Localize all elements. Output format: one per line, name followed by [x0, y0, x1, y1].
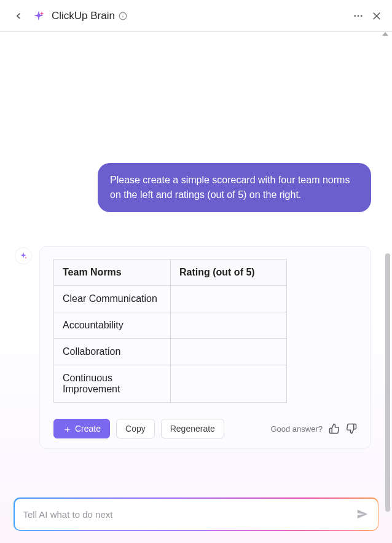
table-row: Collaboration: [54, 339, 287, 365]
thumbs-down-button[interactable]: [346, 423, 357, 434]
svg-point-3: [354, 15, 356, 17]
table-cell-norm: Accountability: [54, 312, 171, 339]
table-cell-norm: Continuous Improvement: [54, 365, 171, 403]
svg-point-5: [361, 15, 363, 17]
table-header-rating: Rating (out of 5): [171, 260, 287, 286]
table-header-norms: Team Norms: [54, 260, 171, 286]
create-button[interactable]: ＋ Create: [53, 419, 110, 438]
regenerate-button-label: Regenerate: [170, 424, 215, 434]
thumbs-down-icon: [346, 423, 357, 434]
send-icon: [356, 507, 369, 521]
copy-button[interactable]: Copy: [116, 419, 155, 438]
user-message: Please create a simple scorecard with fo…: [98, 163, 371, 212]
response-actions: ＋ Create Copy Regenerate Good answer?: [53, 419, 357, 438]
table-cell-norm: Collaboration: [54, 339, 171, 365]
scrollbar-thumb[interactable]: [385, 253, 390, 512]
copy-button-label: Copy: [125, 424, 146, 434]
table-row: Continuous Improvement: [54, 365, 287, 403]
close-icon: [371, 10, 382, 22]
chat-input[interactable]: Tell AI what to do next: [15, 499, 378, 530]
info-icon[interactable]: [119, 12, 127, 20]
feedback-label: Good answer?: [270, 424, 323, 434]
scroll-up-indicator[interactable]: [382, 32, 388, 36]
header: ClickUp Brain: [0, 0, 392, 32]
feedback-group: Good answer?: [270, 423, 357, 434]
chevron-left-icon: [14, 11, 23, 21]
table-cell-rating: [171, 339, 287, 365]
thumbs-up-icon: [329, 423, 340, 434]
scorecard-table: Team Norms Rating (out of 5) Clear Commu…: [53, 259, 287, 403]
regenerate-button[interactable]: Regenerate: [161, 419, 224, 438]
ai-response-card: Team Norms Rating (out of 5) Clear Commu…: [39, 246, 371, 449]
plus-icon: ＋: [63, 424, 72, 434]
chat-content: Please create a simple scorecard with fo…: [0, 32, 392, 543]
thumbs-up-button[interactable]: [329, 423, 340, 434]
chat-input-placeholder: Tell AI what to do next: [23, 509, 356, 520]
close-button[interactable]: [371, 10, 382, 22]
table-cell-rating: [171, 312, 287, 339]
svg-point-4: [358, 15, 359, 17]
send-button[interactable]: [356, 507, 369, 521]
ai-response-block: Team Norms Rating (out of 5) Clear Commu…: [15, 246, 371, 449]
clickup-brain-icon: [32, 9, 45, 23]
table-row: Accountability: [54, 312, 287, 339]
dots-horizontal-icon: [353, 10, 364, 22]
more-options-button[interactable]: [353, 10, 364, 22]
create-button-label: Create: [75, 424, 101, 434]
table-row: Clear Communication: [54, 286, 287, 312]
back-button[interactable]: [10, 7, 27, 25]
page-title: ClickUp Brain: [52, 10, 115, 22]
user-message-text: Please create a simple scorecard with fo…: [110, 175, 350, 200]
input-bar: Tell AI what to do next: [14, 497, 378, 531]
table-cell-rating: [171, 365, 287, 403]
sparkle-icon: [18, 251, 28, 261]
ai-avatar: [15, 247, 32, 264]
table-cell-norm: Clear Communication: [54, 286, 171, 312]
table-cell-rating: [171, 286, 287, 312]
